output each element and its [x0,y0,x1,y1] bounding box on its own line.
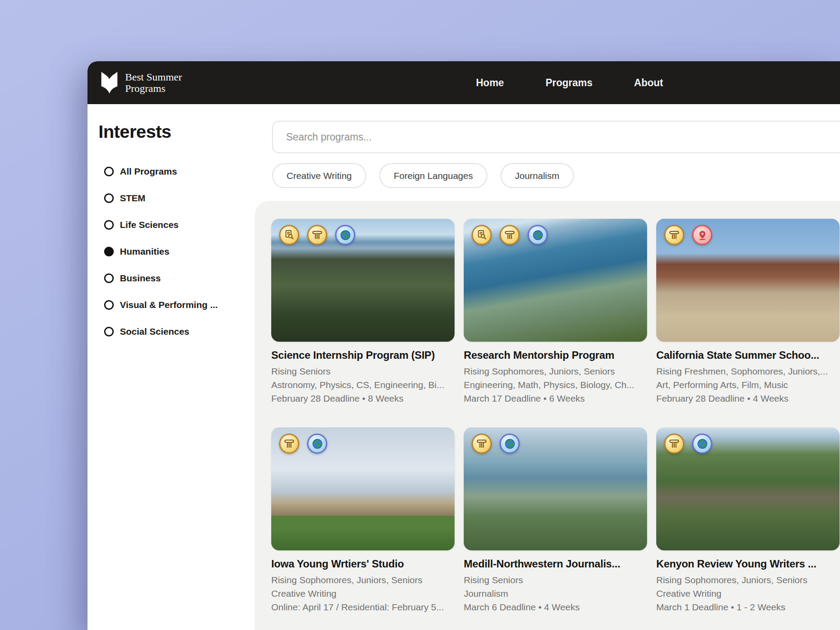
program-grades: Rising Seniors [464,573,647,587]
pill-creative-writing[interactable]: Creative Writing [272,163,366,188]
radio-label: Humanities [120,246,169,257]
program-image [271,427,455,550]
column-badge-icon [307,225,327,245]
radio-label: STEM [120,193,145,203]
program-deadline: March 1 Deadline • 1 - 2 Weeks [656,600,840,614]
radio-label: All Programs [120,166,177,177]
radio-circle-icon [104,327,114,336]
program-card[interactable]: Kenyon Review Young Writers ... Rising S… [656,427,840,614]
program-title: Kenyon Review Young Writers ... [656,558,840,570]
program-title: Science Internship Program (SIP) [271,349,455,361]
nav-about[interactable]: About [634,77,663,89]
program-deadline: March 17 Deadline • 6 Weeks [464,392,647,405]
brand[interactable]: Best Summer Programs [100,61,182,104]
badge-row [279,434,327,454]
radio-all-programs[interactable]: All Programs [88,158,255,185]
program-card[interactable]: Iowa Young Wrtiers' Studio Rising Sophom… [271,427,455,614]
search-input[interactable] [272,121,840,153]
program-image [656,427,840,550]
radio-social-sciences[interactable]: Social Sciences [88,318,255,345]
radio-stem[interactable]: STEM [88,185,255,211]
open-book-logo-icon [100,71,119,94]
brand-line1: Best Summer [125,71,182,83]
radio-business[interactable]: Business [88,265,255,291]
program-subjects: Engineering, Math, Physics, Biology, Ch.… [464,378,647,392]
globe-badge-icon [528,225,548,245]
document-search-badge-icon [472,225,492,245]
results-panel: Science Internship Program (SIP) Rising … [255,201,840,630]
program-card[interactable]: Research Mentorship Program Rising Sopho… [464,219,647,405]
program-grades: Rising Sophomores, Juniors, Seniors [656,573,840,587]
program-title: California State Summer Schoo... [656,349,840,361]
program-subjects: Creative Writing [271,587,455,600]
radio-circle-icon [104,220,114,230]
column-badge-icon [279,434,299,454]
radio-circle-icon [104,193,114,203]
program-title: Medill-Northwestern Journalis... [464,558,647,570]
brand-name: Best Summer Programs [125,71,182,94]
app-window: Best Summer Programs Home Programs About… [88,61,840,630]
interests-sidebar: Interests All Programs STEM Life Science… [88,104,255,630]
column-badge-icon [472,434,492,454]
filter-pills: Creative Writing Foreign Languages Journ… [272,163,574,188]
program-card[interactable]: California State Summer Schoo... Rising … [656,219,840,405]
program-grid: Science Internship Program (SIP) Rising … [271,219,840,614]
column-badge-icon [664,434,684,454]
radio-humanities[interactable]: Humanities [88,238,255,265]
column-badge-icon [664,225,684,245]
main-content: Creative Writing Foreign Languages Journ… [255,104,840,630]
program-deadline: Online: April 17 / Residential: February… [271,600,455,614]
program-subjects: Art, Performing Arts, Film, Music [656,378,840,392]
program-card[interactable]: Science Internship Program (SIP) Rising … [271,219,455,405]
radio-label: Visual & Performing ... [120,300,218,310]
globe-badge-icon [307,434,327,454]
interest-options: All Programs STEM Life Sciences Humaniti… [88,158,255,345]
program-grades: Rising Freshmen, Sophomores, Juniors,... [656,364,840,378]
globe-badge-icon [692,434,712,454]
location-pin-badge-icon [692,225,712,245]
pill-journalism[interactable]: Journalism [500,163,574,188]
radio-life-sciences[interactable]: Life Sciences [88,211,255,238]
top-navbar: Best Summer Programs Home Programs About [88,61,840,104]
badge-row [472,434,520,454]
column-badge-icon [500,225,520,245]
program-title: Research Mentorship Program [464,349,647,361]
nav-home[interactable]: Home [476,77,504,89]
radio-circle-icon [104,300,114,310]
badge-row [664,225,712,245]
program-title: Iowa Young Wrtiers' Studio [271,558,455,570]
badge-row [472,225,548,245]
badge-row [279,225,355,245]
main-nav: Home Programs About [476,61,663,104]
program-grades: Rising Sophomores, Juniors, Seniors [464,364,647,378]
radio-circle-icon [104,273,114,283]
program-image [464,219,647,342]
program-image [656,219,840,342]
radio-label: Business [120,273,161,284]
document-search-badge-icon [279,225,299,245]
radio-label: Life Sciences [120,220,178,230]
radio-circle-filled-icon [104,247,114,256]
program-deadline: February 28 Deadline • 4 Weeks [656,392,840,405]
radio-visual-performing[interactable]: Visual & Performing ... [88,291,255,318]
program-grades: Rising Seniors [271,364,455,378]
sidebar-title: Interests [98,122,255,142]
program-subjects: Creative Writing [656,587,840,600]
globe-badge-icon [335,225,355,245]
radio-circle-icon [104,167,114,176]
program-image [271,219,455,342]
globe-badge-icon [500,434,520,454]
radio-label: Social Sciences [120,326,189,337]
program-subjects: Astronomy, Physics, CS, Engineering, Bi.… [271,378,455,392]
program-image [464,427,647,550]
program-subjects: Journalism [464,587,647,600]
program-card[interactable]: Medill-Northwestern Journalis... Rising … [464,427,647,614]
program-grades: Rising Sophomores, Juniors, Seniors [271,573,455,587]
badge-row [664,434,712,454]
nav-programs[interactable]: Programs [546,77,592,89]
program-deadline: February 28 Deadline • 8 Weeks [271,392,455,405]
pill-foreign-languages[interactable]: Foreign Languages [379,163,487,188]
brand-line2: Programs [125,83,182,94]
program-deadline: March 6 Deadline • 4 Weeks [464,600,647,614]
